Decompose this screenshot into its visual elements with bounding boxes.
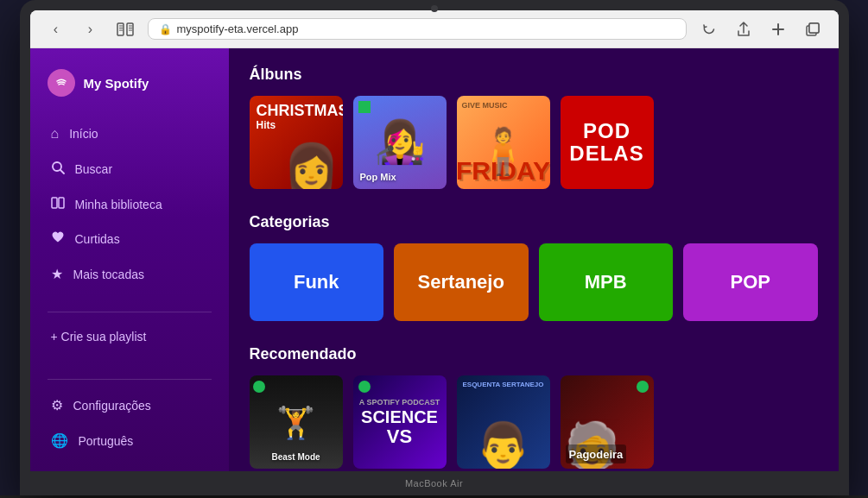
category-sertanejo-label: Sertanejo — [418, 271, 504, 293]
category-mpb[interactable]: MPB — [539, 243, 674, 321]
tabs-button[interactable] — [801, 17, 825, 41]
beast-mode-art: 🏋️ — [276, 405, 315, 441]
nav-label-search: Buscar — [75, 162, 113, 176]
album-christmas-subtitle: Hits — [257, 120, 343, 131]
brand-name: My Spotify — [84, 76, 149, 91]
app-layout: My Spotify ⌂ Início — [30, 48, 839, 471]
back-button[interactable]: ‹ — [44, 17, 68, 41]
browser-bar: ‹ › 🔒 myspotify-et — [30, 10, 839, 48]
svg-rect-1 — [127, 23, 133, 35]
reload-button[interactable] — [697, 17, 721, 41]
nav-label-library: Minha biblioteca — [75, 198, 162, 211]
share-button[interactable] — [732, 17, 756, 41]
svg-rect-17 — [59, 198, 64, 208]
spotify-badge-beast — [253, 381, 265, 393]
nav-item-settings[interactable]: ⚙ Configurações — [30, 388, 229, 422]
svg-rect-0 — [117, 23, 124, 35]
science-title: SCIENCE — [361, 408, 438, 426]
rec-science[interactable]: A SPOTIFY PODCAST SCIENCE VS — [353, 375, 447, 469]
laptop-notch — [431, 5, 438, 12]
categories-title: Categorias — [250, 213, 818, 231]
spotify-badge-pagodeira — [637, 381, 649, 393]
address-bar[interactable]: 🔒 myspotify-eta.vercel.app — [148, 18, 687, 40]
globe-icon: 🌐 — [51, 432, 68, 449]
create-playlist-label: + Crie sua playlist — [51, 330, 147, 344]
heart-icon — [51, 231, 65, 247]
recommended-title: Recomendado — [250, 345, 818, 363]
pagodeira-label-wrap: Pagodeira — [566, 444, 627, 463]
star-icon: ★ — [51, 266, 63, 282]
esquenta-tag: ESQUENTA SERTANEJO — [462, 381, 543, 388]
category-funk-label: Funk — [294, 271, 339, 293]
categories-section: Categorias Funk Sertanejo MPB — [250, 213, 818, 321]
nav-item-liked[interactable]: Curtidas — [30, 223, 229, 255]
nav-label-settings: Configurações — [73, 399, 151, 413]
home-icon: ⌂ — [51, 126, 60, 142]
nav-item-top[interactable]: ★ Mais tocadas — [30, 257, 229, 291]
sidebar-divider — [48, 312, 212, 312]
albums-section: Álbuns Christmas Hits 👩 — [250, 66, 818, 189]
url-text: myspotify-eta.vercel.app — [177, 22, 299, 35]
main-content: Álbuns Christmas Hits 👩 — [229, 48, 839, 471]
album-pod-delas[interactable]: PODDELAS — [561, 96, 654, 189]
nav-label-liked: Curtidas — [75, 232, 120, 246]
album-pop-mix-label: Pop Mix — [360, 172, 396, 182]
sertanejo-art: 👨 — [475, 419, 531, 469]
categories-row: Funk Sertanejo MPB POP — [250, 243, 818, 321]
laptop-screen: ‹ › 🔒 myspotify-et — [30, 10, 839, 471]
nav-section: ⌂ Início Buscar — [30, 117, 229, 305]
lock-icon: 🔒 — [159, 23, 172, 35]
create-playlist-button[interactable]: + Crie sua playlist — [30, 319, 229, 354]
sidebar: My Spotify ⌂ Início — [30, 48, 229, 471]
science-vs: VS — [387, 427, 412, 446]
album-pop-mix[interactable]: 👩‍🎤 Pop Mix — [353, 96, 447, 189]
svg-line-15 — [60, 170, 64, 173]
nav-item-search[interactable]: Buscar — [30, 152, 229, 186]
category-pop-label: POP — [731, 271, 770, 293]
album-friday[interactable]: GIVE MUSIC FRIDAY 🧍 — [457, 96, 550, 189]
album-christmas-title: Christmas — [257, 103, 343, 120]
albums-title: Álbuns — [250, 66, 818, 84]
nav-label-top: Mais tocadas — [73, 268, 144, 281]
rec-pagodeira-label: Pagodeira — [569, 448, 624, 461]
recommended-row: 🏋️ Beast Mode A SPOTIFY PODCAST SCIENCE … — [250, 375, 818, 469]
category-sertanejo[interactable]: Sertanejo — [394, 243, 529, 321]
category-funk[interactable]: Funk — [250, 243, 384, 321]
nav-item-home[interactable]: ⌂ Início — [30, 117, 229, 150]
forward-button[interactable]: › — [79, 17, 103, 41]
albums-row: Christmas Hits 👩 👩‍🎤 — [250, 96, 818, 189]
nav-item-library[interactable]: Minha biblioteca — [30, 188, 229, 221]
nav-label-language: Português — [79, 434, 134, 448]
search-icon — [51, 161, 65, 178]
recommended-section: Recomendado 🏋️ Beast Mode A — [250, 345, 818, 469]
svg-point-13 — [54, 76, 68, 90]
brand: My Spotify — [30, 62, 229, 117]
category-mpb-label: MPB — [585, 271, 627, 293]
nav-item-language[interactable]: 🌐 Português — [30, 424, 229, 457]
laptop-model-label: MacBook Air — [405, 478, 463, 489]
rec-beast-mode[interactable]: 🏋️ Beast Mode — [250, 375, 343, 469]
svg-rect-12 — [809, 23, 819, 33]
rec-beast-mode-label: Beast Mode — [271, 452, 320, 462]
friday-art: 🧍 — [457, 96, 550, 189]
sidebar-divider-2 — [48, 379, 212, 380]
category-pop[interactable]: POP — [683, 243, 818, 321]
svg-rect-16 — [52, 198, 57, 208]
nav-label-home: Início — [69, 127, 98, 141]
library-icon — [51, 197, 65, 212]
album-christmas-art: 👩 — [283, 144, 339, 189]
settings-icon: ⚙ — [51, 397, 63, 413]
album-pod-delas-label: PODDELAS — [569, 120, 643, 166]
science-subtitle: A SPOTIFY PODCAST — [359, 398, 440, 407]
sidebar-bottom: ⚙ Configurações 🌐 Português — [30, 372, 229, 457]
spotify-badge-science — [358, 381, 371, 393]
rec-sertanejo-esquenta[interactable]: ESQUENTA SERTANEJO 👨 — [457, 375, 550, 469]
laptop-bottom-bar: MacBook Air — [30, 471, 839, 495]
album-christmas[interactable]: Christmas Hits 👩 — [250, 96, 343, 189]
brand-icon — [48, 69, 75, 97]
add-tab-button[interactable] — [766, 17, 790, 41]
rec-pagodeira[interactable]: 🧓 Pagodeira — [561, 375, 654, 469]
reader-icon — [113, 17, 137, 41]
